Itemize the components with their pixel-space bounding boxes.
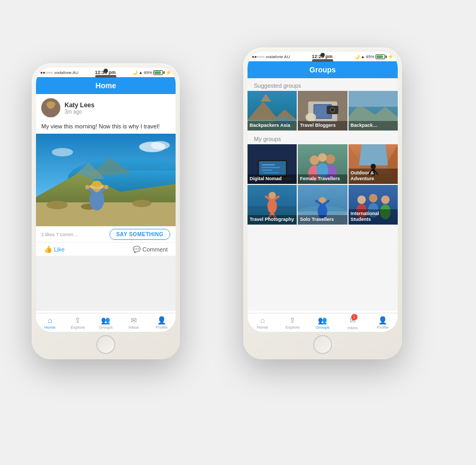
svg-point-18 <box>92 181 102 187</box>
svg-point-54 <box>326 154 335 164</box>
group-tile-outdoor-adventure[interactable]: Outdoor & Adventure <box>349 144 398 184</box>
group-tile-label-travel-photography: Travel Photography <box>248 215 297 225</box>
bottom-nav-2: ⌂ Home ⇪ Explore 👥 Groups ✉ 1 Inbox <box>248 313 398 332</box>
group-tile-travel-photography[interactable]: Travel Photography <box>248 185 297 225</box>
comment-label: Comment <box>142 246 168 253</box>
nav-profile-1[interactable]: 👤 Profile <box>148 316 176 330</box>
home-button-2[interactable] <box>313 335 332 354</box>
nav-profile-2[interactable]: 👤 Profile <box>368 316 398 330</box>
nav-home-1[interactable]: ⌂ Home <box>36 316 64 330</box>
phone-2-screen: ●●○○○ vodafone AU 12:29 pm 🌙 ▲ 85% ⚡ <box>248 52 398 332</box>
group-tile-label-international-students: International Students <box>349 209 398 225</box>
nav-inbox-1[interactable]: ✉ Inbox <box>120 316 148 330</box>
svg-marker-61 <box>359 144 388 165</box>
camera-2 <box>321 53 325 57</box>
nav-groups-1[interactable]: 👥 Groups <box>92 316 120 330</box>
nav-label-profile-1: Profile <box>155 325 168 330</box>
nav-explore-2[interactable]: ⇪ Explore <box>278 316 308 330</box>
post-meta: Katy Lees 3m ago <box>65 101 170 115</box>
phone-home: ●●○○○ vodafone AU 12:36 pm 🌙 ▲ 89% ⚡ <box>32 63 180 359</box>
avatar <box>41 98 60 117</box>
svg-point-24 <box>151 141 170 150</box>
nav-inbox-2[interactable]: ✉ 1 Inbox <box>337 315 368 330</box>
home-icon-1: ⌂ <box>48 316 52 324</box>
svg-point-22 <box>104 185 108 189</box>
nav-label-profile-2: Profile <box>377 325 389 330</box>
svg-point-52 <box>310 155 319 165</box>
app-header-2: Groups <box>248 61 398 78</box>
nav-label-groups-2: Groups <box>316 325 329 330</box>
speaker-2 <box>312 59 333 62</box>
groups-container[interactable]: Suggested groups <box>248 78 398 311</box>
post-author: Katy Lees <box>65 101 170 109</box>
svg-point-37 <box>331 108 334 111</box>
svg-point-82 <box>357 196 365 204</box>
profile-icon-2: 👤 <box>378 316 387 324</box>
group-tile-female-travellers[interactable]: Female Travellers <box>298 144 347 184</box>
post-text: My view this morning! Now this is why I … <box>36 122 176 134</box>
group-tile-label-backpack: Backpack… <box>349 121 398 131</box>
inbox-badge: 1 <box>351 314 358 320</box>
post-time: 3m ago <box>65 109 170 115</box>
svg-point-86 <box>381 196 389 204</box>
nav-explore-1[interactable]: ⇪ Explore <box>64 316 92 330</box>
svg-point-84 <box>369 194 377 202</box>
app-title-2: Groups <box>309 66 336 74</box>
svg-rect-42 <box>349 91 398 107</box>
my-groups-grid: Digital Nomad <box>248 144 398 226</box>
post-actions: 2 likes 7 comm… SAY SOMETHING <box>36 226 176 242</box>
bottom-nav-1: ⌂ Home ⇪ Explore 👥 Groups ✉ Inbox 👤 <box>36 313 176 332</box>
group-tile-backpack[interactable]: Backpack… <box>349 91 398 131</box>
like-button[interactable]: 👍 Like <box>44 245 65 253</box>
svg-rect-49 <box>262 170 272 171</box>
phone-groups: ●●○○○ vodafone AU 12:29 pm 🌙 ▲ 85% ⚡ <box>243 48 402 359</box>
group-tile-solo-travellers[interactable]: Solo Travellers <box>298 185 347 225</box>
svg-point-56 <box>318 153 327 162</box>
group-tile-travel-bloggers[interactable]: Travel Bloggers <box>298 91 347 131</box>
post-image <box>36 134 176 226</box>
explore-icon-1: ⇪ <box>75 316 81 324</box>
like-label: Like <box>54 246 65 253</box>
svg-point-14 <box>132 200 151 207</box>
group-tile-label-digital-nomad: Digital Nomad <box>248 174 297 184</box>
feed-container[interactable]: Katy Lees 3m ago My view this morning! N… <box>36 94 176 311</box>
group-tile-label-solo-travellers: Solo Travellers <box>298 215 347 225</box>
group-tile-label-outdoor-adventure: Outdoor & Adventure <box>349 169 398 184</box>
group-tile-backpackers-asia[interactable]: Backpackers Asia <box>248 91 297 131</box>
svg-point-21 <box>85 185 89 189</box>
svg-point-12 <box>47 201 68 209</box>
explore-icon-2: ⇪ <box>289 316 296 324</box>
app-title-1: Home <box>96 81 116 90</box>
suggested-groups-grid: Backpackers Asia <box>248 91 398 132</box>
my-groups-title: My groups <box>248 132 398 144</box>
phone-1-screen: ●●○○○ vodafone AU 12:36 pm 🌙 ▲ 89% ⚡ <box>36 68 176 332</box>
nav-label-home-1: Home <box>44 325 56 330</box>
comment-button[interactable]: 💬 Comment <box>133 245 168 253</box>
action-row: 👍 Like 💬 Comment <box>36 242 176 256</box>
post-likes: 2 likes 7 comm… <box>41 232 105 237</box>
nav-groups-2[interactable]: 👥 Groups <box>308 316 338 330</box>
post-header: Katy Lees 3m ago <box>36 94 176 122</box>
svg-point-3 <box>46 101 56 107</box>
svg-rect-47 <box>262 164 275 165</box>
group-tile-label-travel-bloggers: Travel Bloggers <box>298 121 347 131</box>
svg-point-38 <box>306 113 316 122</box>
nav-home-2[interactable]: ⌂ Home <box>248 316 278 330</box>
home-button-1[interactable] <box>96 335 115 354</box>
suggested-groups-title: Suggested groups <box>248 78 398 91</box>
scene: ●●○○○ vodafone AU 12:36 pm 🌙 ▲ 89% ⚡ <box>0 0 476 465</box>
home-icon-2: ⌂ <box>260 316 264 324</box>
nav-label-groups-1: Groups <box>99 325 113 330</box>
nav-label-inbox-2: Inbox <box>347 326 358 330</box>
groups-icon-1: 👥 <box>101 316 110 324</box>
group-tile-international-students[interactable]: International Students <box>349 185 398 225</box>
profile-icon-1: 👤 <box>157 316 166 324</box>
inbox-icon-wrap: ✉ 1 <box>350 315 356 325</box>
comment-icon: 💬 <box>133 246 141 253</box>
say-something-button[interactable]: SAY SOMETHING <box>109 229 170 240</box>
group-tile-label-female-travellers: Female Travellers <box>298 174 347 184</box>
group-tile-label-backpackers-asia: Backpackers Asia <box>248 121 297 131</box>
group-tile-digital-nomad[interactable]: Digital Nomad <box>248 144 297 184</box>
nav-label-home-2: Home <box>257 325 268 330</box>
like-icon: 👍 <box>44 245 52 253</box>
